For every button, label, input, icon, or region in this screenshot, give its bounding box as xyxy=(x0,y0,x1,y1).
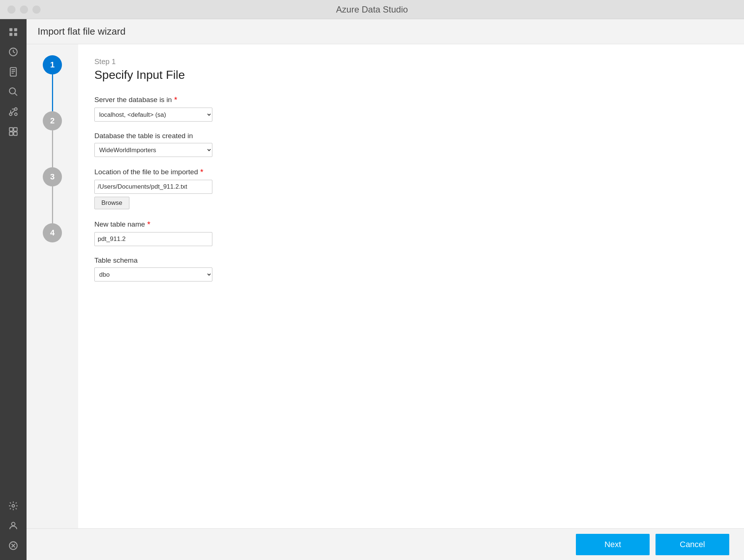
step-1-item: 1 xyxy=(43,55,62,74)
server-required-star: * xyxy=(174,95,177,105)
cancel-button[interactable]: Cancel xyxy=(656,534,729,555)
traffic-lights xyxy=(7,6,41,14)
svg-rect-19 xyxy=(10,128,13,131)
svg-rect-20 xyxy=(14,128,17,131)
svg-rect-0 xyxy=(10,28,13,31)
table-name-input[interactable] xyxy=(94,232,212,246)
svg-rect-2 xyxy=(14,28,17,31)
table-name-label: New table name * xyxy=(94,220,728,229)
step-title: Specify Input File xyxy=(94,68,728,82)
title-bar: Azure Data Studio xyxy=(0,0,744,19)
form-panel: Step 1 Specify Input File Server the dat… xyxy=(78,44,744,528)
sidebar-item-errors[interactable] xyxy=(4,536,22,555)
step-2-circle: 2 xyxy=(43,111,62,130)
file-input[interactable] xyxy=(94,180,212,194)
svg-rect-1 xyxy=(10,33,13,36)
sidebar-item-history[interactable] xyxy=(4,43,22,61)
sidebar-item-search[interactable] xyxy=(4,83,22,101)
maximize-button[interactable] xyxy=(32,6,41,14)
app-container: Import flat file wizard 1 2 xyxy=(0,19,744,560)
wizard-header: Import flat file wizard xyxy=(27,19,744,44)
browse-button[interactable]: Browse xyxy=(94,197,129,209)
server-label: Server the database is in * xyxy=(94,95,728,105)
step-label: Step 1 xyxy=(94,57,728,66)
database-field-group: Database the table is created in WideWor… xyxy=(94,132,728,157)
svg-line-6 xyxy=(13,52,15,53)
sidebar-item-extensions[interactable] xyxy=(4,122,22,141)
schema-label: Table schema xyxy=(94,256,728,265)
step-4-item: 4 xyxy=(43,223,62,242)
step-connector-3-4 xyxy=(52,186,53,223)
step-3-item: 3 xyxy=(43,167,62,186)
svg-rect-21 xyxy=(10,132,13,135)
close-button[interactable] xyxy=(7,6,15,14)
svg-point-24 xyxy=(11,522,15,526)
sidebar xyxy=(0,19,27,560)
sidebar-item-settings[interactable] xyxy=(4,497,22,515)
window-title: Azure Data Studio xyxy=(336,4,408,15)
svg-rect-22 xyxy=(14,132,17,135)
wizard-footer: Next Cancel xyxy=(27,528,744,560)
svg-point-23 xyxy=(12,505,15,507)
wizard-title: Import flat file wizard xyxy=(38,26,125,37)
next-button[interactable]: Next xyxy=(576,534,650,555)
svg-line-18 xyxy=(11,110,15,113)
schema-field-group: Table schema dbo xyxy=(94,256,728,281)
file-field-group: Location of the file to be imported * Br… xyxy=(94,167,728,209)
sidebar-item-git[interactable] xyxy=(4,102,22,121)
server-select[interactable]: localhost, <default> (sa) xyxy=(94,108,212,122)
file-label: Location of the file to be imported * xyxy=(94,167,728,177)
step-1-circle: 1 xyxy=(43,55,62,74)
database-label: Database the table is created in xyxy=(94,132,728,140)
steps-panel: 1 2 3 4 xyxy=(27,44,78,528)
svg-line-12 xyxy=(15,93,17,96)
sidebar-item-explorer[interactable] xyxy=(4,23,22,41)
svg-point-11 xyxy=(10,88,15,94)
server-field-group: Server the database is in * localhost, <… xyxy=(94,95,728,122)
step-3-circle: 3 xyxy=(43,167,62,186)
wizard-body: 1 2 3 4 xyxy=(27,44,744,528)
svg-rect-3 xyxy=(14,33,17,36)
table-name-field-group: New table name * xyxy=(94,220,728,246)
step-2-item: 2 xyxy=(43,111,62,130)
svg-point-15 xyxy=(15,113,17,116)
schema-select[interactable]: dbo xyxy=(94,267,212,281)
step-connector-2-3 xyxy=(52,130,53,167)
step-4-circle: 4 xyxy=(43,223,62,242)
step-connector-1-2 xyxy=(52,74,53,111)
sidebar-item-account[interactable] xyxy=(4,517,22,535)
minimize-button[interactable] xyxy=(20,6,28,14)
database-select[interactable]: WideWorldImporters xyxy=(94,143,212,157)
content-area: Import flat file wizard 1 2 xyxy=(27,19,744,560)
sidebar-item-files[interactable] xyxy=(4,63,22,81)
file-required-star: * xyxy=(200,167,204,177)
table-name-required-star: * xyxy=(147,220,150,229)
